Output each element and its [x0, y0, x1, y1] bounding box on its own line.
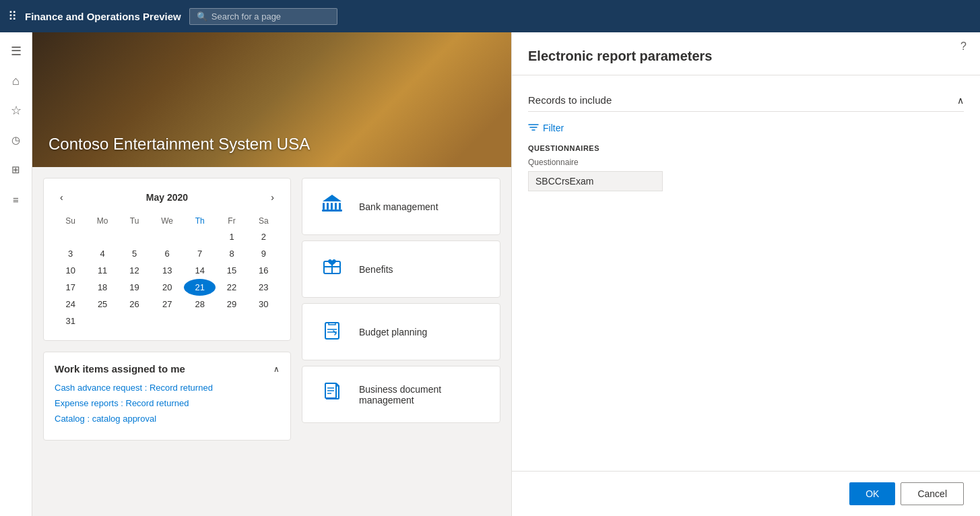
calendar-day[interactable]: 13 [150, 262, 184, 279]
module-card[interactable]: Budget planning [302, 303, 500, 360]
calendar-day [86, 228, 119, 245]
main-layout: ☰ ⌂ ☆ ◷ ⊞ ≡ Contoso Entertainment System… [0, 32, 980, 516]
calendar-day [216, 313, 247, 329]
panel-header: Electronic report parameters [512, 32, 980, 75]
svg-rect-1 [327, 203, 329, 209]
calendar-day[interactable]: 17 [55, 279, 86, 296]
day-header-sa: Sa [248, 214, 280, 228]
calendar-day[interactable]: 18 [86, 279, 119, 296]
calendar-day[interactable]: 4 [86, 245, 119, 262]
work-items-header: Work items assigned to me ∧ [55, 363, 280, 375]
module-icon [319, 380, 346, 409]
module-card[interactable]: Business document management [302, 366, 500, 423]
day-header-we: We [150, 214, 184, 228]
calendar-day[interactable]: 21 [184, 279, 216, 296]
search-bar[interactable]: 🔍 Search for a page [189, 8, 337, 25]
calendar-day[interactable]: 25 [86, 296, 119, 313]
calendar-day[interactable]: 1 [216, 228, 247, 245]
calendar-day[interactable]: 9 [248, 245, 280, 262]
calendar-day[interactable]: 5 [119, 245, 150, 262]
calendar-header: ‹ May 2020 › [55, 189, 280, 205]
calendar-day[interactable]: 11 [86, 262, 119, 279]
calendar-widget: ‹ May 2020 › Su Mo Tu We [43, 178, 291, 341]
calendar-day[interactable]: 10 [55, 262, 86, 279]
calendar-day [184, 313, 216, 329]
right-panel: Electronic report parameters Records to … [511, 32, 980, 516]
sidebar-home[interactable]: ⌂ [3, 67, 30, 94]
sidebar-dashboard[interactable]: ⊞ [3, 156, 30, 183]
calendar-day[interactable]: 14 [184, 262, 216, 279]
svg-marker-5 [323, 195, 341, 201]
module-icon [319, 192, 346, 221]
svg-rect-0 [323, 203, 325, 209]
left-column: ‹ May 2020 › Su Mo Tu We [32, 167, 302, 451]
collapse-icon[interactable]: ∧ [273, 364, 280, 374]
sidebar-list[interactable]: ≡ [3, 186, 30, 213]
calendar-day [150, 313, 184, 329]
module-card[interactable]: Benefits [302, 240, 500, 298]
cancel-button[interactable]: Cancel [901, 482, 964, 505]
calendar-day[interactable]: 12 [119, 262, 150, 279]
panel-title: Electronic report parameters [528, 49, 964, 64]
sidebar: ☰ ⌂ ☆ ◷ ⊞ ≡ [0, 32, 32, 516]
sidebar-hamburger[interactable]: ☰ [3, 38, 30, 65]
calendar-day[interactable]: 31 [55, 313, 86, 329]
calendar-day[interactable]: 29 [216, 296, 247, 313]
module-name: Budget planning [359, 327, 427, 337]
day-header-su: Su [55, 214, 86, 228]
calendar-day[interactable]: 6 [150, 245, 184, 262]
calendar-next-button[interactable]: › [265, 189, 280, 205]
module-icon [319, 255, 346, 284]
sidebar-favorites[interactable]: ☆ [3, 97, 30, 124]
calendar-day[interactable]: 16 [248, 262, 280, 279]
work-item-link[interactable]: Cash advance request : Record returned [55, 383, 280, 393]
section-collapse-icon[interactable]: ∧ [957, 95, 964, 106]
content-area: Contoso Entertainment System USA ‹ May 2… [32, 32, 511, 516]
calendar-day[interactable]: 24 [55, 296, 86, 313]
calendar-day[interactable]: 20 [150, 279, 184, 296]
calendar-grid: Su Mo Tu We Th Fr Sa 1234567891011121314… [55, 214, 280, 329]
calendar-day[interactable]: 28 [184, 296, 216, 313]
calendar-day [248, 313, 280, 329]
ok-button[interactable]: OK [849, 482, 895, 505]
day-header-mo: Mo [86, 214, 119, 228]
calendar-day [119, 228, 150, 245]
calendar-day [55, 228, 86, 245]
help-icon[interactable]: ? [960, 40, 967, 53]
sidebar-recent[interactable]: ◷ [3, 127, 30, 154]
calendar-day[interactable]: 23 [248, 279, 280, 296]
calendar-day[interactable]: 15 [216, 262, 247, 279]
work-items-title: Work items assigned to me [55, 363, 185, 375]
work-item-link[interactable]: Expense reports : Record returned [55, 398, 280, 408]
calendar-prev-button[interactable]: ‹ [55, 189, 69, 205]
work-item-link[interactable]: Catalog : catalog approval [55, 414, 280, 424]
work-items-section: Work items assigned to me ∧ Cash advance… [43, 352, 291, 441]
calendar-day[interactable]: 2 [248, 228, 280, 245]
company-name: Contoso Entertainment System USA [48, 135, 310, 154]
calendar-day[interactable]: 30 [248, 296, 280, 313]
calendar-day[interactable]: 8 [216, 245, 247, 262]
hero-banner: Contoso Entertainment System USA [32, 32, 511, 167]
questionnaires-header: QUESTIONNAIRES [528, 144, 964, 152]
module-card[interactable]: Bank management [302, 178, 500, 235]
calendar-day[interactable]: 22 [216, 279, 247, 296]
calendar-day[interactable]: 3 [55, 245, 86, 262]
calendar-day[interactable]: 19 [119, 279, 150, 296]
calendar-day[interactable]: 27 [150, 296, 184, 313]
panel-body: Records to include ∧ Filter QUESTIONNAIR… [512, 75, 980, 471]
grid-icon[interactable]: ⠿ [8, 9, 17, 24]
records-section-header: Records to include ∧ [528, 89, 964, 112]
svg-rect-6 [322, 209, 342, 212]
calendar-month-year: May 2020 [146, 192, 188, 203]
calendar-day[interactable]: 26 [119, 296, 150, 313]
calendar-day[interactable]: 7 [184, 245, 216, 262]
dashboard-content: ‹ May 2020 › Su Mo Tu We [32, 167, 511, 451]
module-cards-column: Bank managementBenefitsBudget planningBu… [302, 167, 511, 451]
day-header-th: Th [184, 214, 216, 228]
day-header-tu: Tu [119, 214, 150, 228]
calendar-day [150, 228, 184, 245]
svg-rect-2 [331, 203, 333, 209]
filter-icon [528, 123, 539, 133]
module-name: Bank management [359, 201, 438, 212]
filter-link[interactable]: Filter [528, 123, 964, 133]
